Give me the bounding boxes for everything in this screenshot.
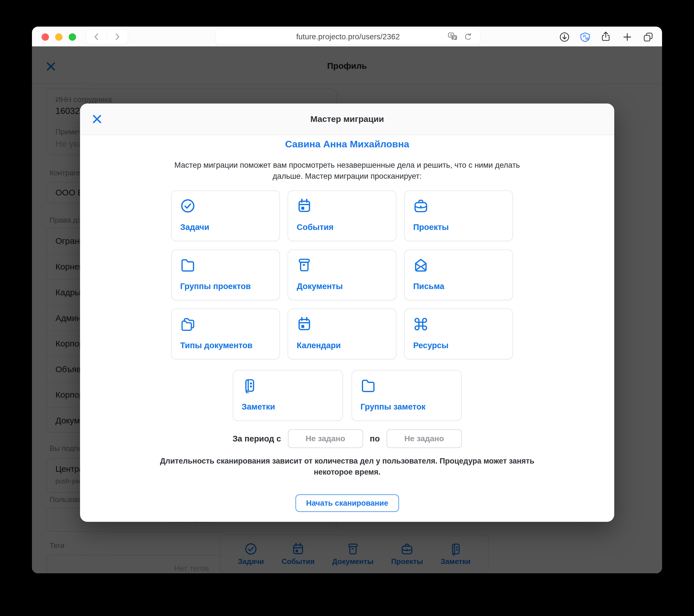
period-prefix: За период с: [233, 434, 281, 443]
scan-card-label: Календари: [297, 341, 341, 350]
migration-wizard-modal: Мастер миграции Савина Анна Михайловна М…: [80, 104, 614, 522]
scan-targets-grid: Задачи События Проекты Группы проектов Д…: [171, 191, 513, 360]
nav-divider: [107, 32, 107, 42]
scan-card-tasks[interactable]: Задачи: [171, 191, 280, 241]
translate-icon[interactable]: A: [448, 33, 458, 41]
tabs-overview-icon[interactable]: [643, 32, 653, 42]
scan-card-label: Задачи: [180, 222, 209, 232]
check-circle-icon: [180, 198, 196, 214]
period-conj: по: [370, 434, 380, 443]
close-window-button[interactable]: [41, 33, 49, 41]
minimize-window-button[interactable]: [55, 33, 62, 41]
notebook-icon: [242, 378, 257, 393]
url-text: future.projecto.pro/users/2362: [296, 33, 400, 41]
calendar-icon: [297, 316, 312, 332]
forward-icon[interactable]: [113, 33, 121, 41]
new-tab-icon[interactable]: [622, 32, 632, 42]
period-from-picker[interactable]: Не задано: [288, 429, 363, 448]
close-modal-icon[interactable]: [92, 114, 102, 124]
command-icon: [413, 316, 428, 332]
folder-icon: [361, 378, 376, 393]
folders-icon: [180, 316, 196, 332]
note-line: Длительность сканирования зависит от кол…: [80, 456, 614, 467]
scan-targets-row2: Заметки Группы заметок: [80, 370, 614, 421]
scan-card-mail[interactable]: Письма: [404, 250, 513, 301]
period-row: За период с Не задано по Не задано: [80, 429, 614, 448]
scan-card-document-types[interactable]: Типы документов: [171, 309, 280, 360]
scan-card-note-groups[interactable]: Группы заметок: [351, 370, 462, 421]
wizard-intro: Мастер миграции поможет вам просмотреть …: [80, 160, 614, 182]
calendar-icon: [297, 198, 312, 214]
box-icon: [297, 257, 312, 273]
scan-card-label: Письма: [413, 282, 444, 291]
user-name: Савина Анна Михайловна: [80, 139, 614, 150]
scan-card-projects[interactable]: Проекты: [404, 191, 513, 241]
scan-card-notes[interactable]: Заметки: [233, 370, 343, 421]
scan-card-label: Ресурсы: [413, 341, 449, 350]
envelope-open-icon: [413, 257, 428, 273]
browser-toolbar: future.projecto.pro/users/2362 A M: [32, 26, 662, 47]
modal-title: Мастер миграции: [310, 114, 384, 124]
intro-line: Мастер миграции поможет вам просмотреть …: [80, 160, 614, 170]
scan-card-project-groups[interactable]: Группы проектов: [171, 250, 280, 301]
shield-extension-icon[interactable]: M: [580, 32, 590, 42]
folder-icon: [180, 257, 196, 273]
scan-card-documents[interactable]: Документы: [288, 250, 397, 301]
note-line: некоторое время.: [80, 467, 614, 478]
address-bar[interactable]: future.projecto.pro/users/2362 A: [216, 29, 480, 45]
scan-card-label: Документы: [297, 282, 343, 291]
start-scan-label: Начать сканирование: [306, 499, 388, 508]
scan-card-resources[interactable]: Ресурсы: [404, 309, 513, 360]
briefcase-icon: [413, 198, 428, 214]
zoom-window-button[interactable]: [69, 33, 76, 41]
start-scan-button[interactable]: Начать сканирование: [295, 494, 399, 512]
intro-line: дальше. Мастер миграции просканирует:: [80, 170, 614, 182]
scan-card-calendars[interactable]: Календари: [288, 309, 397, 360]
scan-card-label: Заметки: [242, 402, 275, 412]
downloads-icon[interactable]: [560, 32, 570, 42]
reload-icon[interactable]: [463, 32, 472, 41]
scan-card-label: Проекты: [413, 222, 449, 232]
share-icon[interactable]: [601, 31, 611, 41]
period-to-picker[interactable]: Не задано: [387, 429, 462, 448]
svg-text:M: M: [585, 36, 588, 41]
scan-card-events[interactable]: События: [288, 191, 397, 241]
scan-card-label: Типы документов: [180, 341, 253, 350]
modal-header: Мастер миграции: [80, 104, 614, 135]
scan-card-label: Группы проектов: [180, 282, 251, 291]
scan-card-label: События: [297, 222, 333, 232]
scan-card-label: Группы заметок: [361, 402, 426, 412]
duration-note: Длительность сканирования зависит от кол…: [80, 456, 614, 478]
back-icon[interactable]: [93, 33, 101, 41]
nav-buttons: [86, 29, 128, 44]
